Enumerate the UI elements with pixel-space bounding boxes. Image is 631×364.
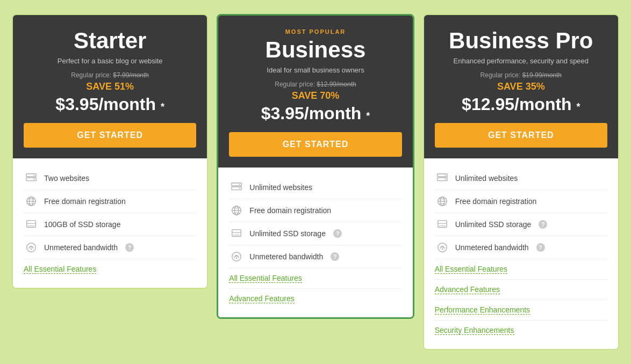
svg-point-33: [444, 179, 446, 180]
feature-text: Two websites: [44, 174, 89, 183]
feature-link-item: All Essential Features: [229, 268, 401, 289]
feature-link-item: Performance Enhancements: [435, 300, 607, 321]
storage-icon: [435, 219, 450, 230]
help-icon[interactable]: ?: [331, 252, 339, 261]
most-popular-badge: MOST POPULAR: [229, 28, 401, 35]
plan-features-starter: Two websites Free domain registration 10…: [13, 158, 207, 288]
feature-item: Unmetered bandwidth ?: [229, 245, 401, 268]
feature-item: Unlimited SSD storage ?: [229, 222, 401, 245]
storage-icon: [24, 219, 39, 230]
bandwidth-icon: [435, 242, 450, 253]
bandwidth-icon: [229, 251, 244, 263]
feature-link-item: Advanced Features: [229, 289, 401, 309]
feature-item: Free domain registration: [435, 190, 607, 213]
storage-icon: [229, 228, 244, 239]
svg-point-29: [236, 257, 238, 259]
regular-price-value: $19.99/month: [522, 71, 562, 79]
svg-point-2: [33, 174, 34, 176]
plan-card-business-pro: Business ProEnhanced performance, securi…: [423, 14, 619, 350]
plan-features-business-pro: Unlimited websites Free domain registrat…: [424, 158, 618, 349]
feature-link-item: All Essential Features: [435, 259, 607, 280]
globe-icon: [435, 195, 450, 207]
plan-price: $3.95/month *: [24, 94, 196, 114]
feature-link[interactable]: Security Enhancements: [435, 326, 514, 335]
feature-text: Unmetered bandwidth: [44, 243, 118, 252]
help-icon[interactable]: ?: [536, 243, 545, 252]
plan-price: $12.95/month *: [435, 94, 607, 114]
svg-rect-24: [232, 230, 241, 237]
feature-item: Two websites: [24, 167, 196, 190]
feature-item: Free domain registration: [229, 199, 401, 222]
svg-point-3: [33, 179, 34, 180]
save-badge: SAVE 35%: [435, 81, 607, 92]
plan-name: Business: [229, 37, 401, 63]
feature-text: Unlimited SSD storage: [455, 220, 532, 229]
globe-icon: [229, 205, 244, 216]
feature-text: Unlimited websites: [455, 174, 518, 183]
feature-link-item: Advanced Features: [435, 280, 607, 300]
server-icon: [229, 181, 244, 193]
plan-features-business: Unlimited websites Free domain registrat…: [218, 168, 412, 317]
server-icon: [435, 172, 450, 184]
help-icon[interactable]: ?: [539, 220, 547, 229]
feature-item: Free domain registration: [24, 190, 196, 213]
feature-link[interactable]: Performance Enhancements: [435, 305, 530, 315]
svg-point-43: [438, 243, 447, 252]
price-asterisk: *: [577, 101, 580, 112]
plan-subtitle: Enhanced performance, security and speed: [435, 57, 607, 65]
save-badge: SAVE 70%: [229, 90, 401, 101]
feature-item: Unmetered bandwidth ?: [24, 236, 196, 259]
help-icon[interactable]: ?: [125, 243, 134, 252]
get-started-button[interactable]: GET STARTED: [24, 123, 196, 148]
svg-rect-39: [438, 221, 447, 228]
plan-card-business: MOST POPULARBusinessIdeal for small busi…: [217, 14, 414, 319]
svg-point-11: [28, 225, 29, 227]
get-started-button[interactable]: GET STARTED: [435, 123, 607, 148]
plan-card-starter: StarterPerfect for a basic blog or websi…: [12, 14, 208, 289]
svg-point-26: [233, 235, 234, 236]
plan-price: $3.95/month *: [229, 104, 401, 123]
feature-link[interactable]: All Essential Features: [229, 274, 302, 283]
feature-text: Unlimited websites: [249, 183, 312, 192]
help-icon[interactable]: ?: [333, 229, 342, 238]
feature-item: Unmetered bandwidth ?: [435, 236, 607, 259]
feature-link[interactable]: All Essential Features: [24, 265, 96, 274]
plan-name: Business Pro: [435, 28, 607, 54]
feature-link[interactable]: Advanced Features: [435, 285, 500, 294]
regular-price-value: $7.99/month: [113, 71, 149, 79]
feature-text: Free domain registration: [455, 197, 537, 206]
svg-point-13: [27, 243, 36, 252]
feature-link[interactable]: All Essential Features: [435, 265, 507, 274]
globe-icon: [24, 195, 39, 207]
server-icon: [24, 172, 39, 184]
regular-price-label: Regular price: $19.99/month: [435, 71, 607, 79]
svg-point-28: [232, 252, 241, 261]
feature-text: Unmetered bandwidth: [249, 252, 323, 261]
plan-name: Starter: [24, 28, 196, 54]
plan-header-business: MOST POPULARBusinessIdeal for small busi…: [218, 16, 412, 168]
save-badge: SAVE 51%: [24, 81, 196, 92]
feature-text: Free domain registration: [44, 197, 126, 206]
feature-link-item: All Essential Features: [24, 259, 196, 279]
regular-price-label: Regular price: $7.99/month: [24, 71, 196, 79]
plan-header-starter: StarterPerfect for a basic blog or websi…: [13, 15, 207, 158]
regular-price-label: Regular price: $12.99/month: [229, 81, 401, 88]
svg-point-17: [239, 184, 240, 185]
plan-subtitle: Ideal for small business owners: [229, 66, 401, 74]
feature-item: Unlimited websites: [229, 176, 401, 199]
pricing-container: StarterPerfect for a basic blog or websi…: [12, 14, 619, 350]
plan-subtitle: Perfect for a basic blog or website: [24, 57, 196, 65]
svg-point-14: [31, 248, 32, 250]
feature-link-item: Security Enhancements: [435, 321, 607, 340]
get-started-button[interactable]: GET STARTED: [229, 132, 401, 157]
svg-point-44: [441, 248, 443, 250]
price-asterisk: *: [366, 111, 370, 121]
feature-text: Unmetered bandwidth: [455, 243, 529, 252]
feature-link[interactable]: Advanced Features: [229, 294, 294, 303]
svg-point-32: [444, 174, 446, 176]
feature-item: 100GB of SSD storage: [24, 213, 196, 236]
feature-item: Unlimited websites: [435, 167, 607, 190]
feature-text: 100GB of SSD storage: [44, 220, 120, 229]
bandwidth-icon: [24, 242, 39, 253]
plan-header-business-pro: Business ProEnhanced performance, securi…: [424, 15, 618, 158]
